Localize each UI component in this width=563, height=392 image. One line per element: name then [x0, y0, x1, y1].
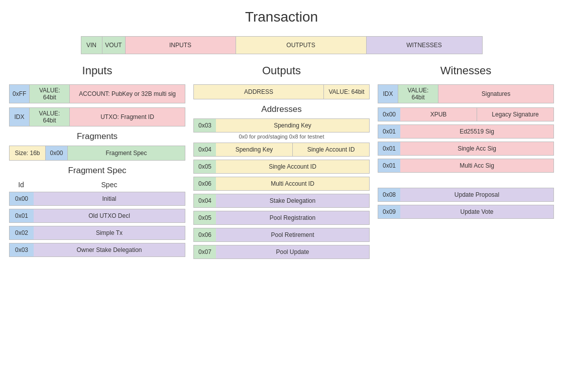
spec-id-col: Id [9, 180, 33, 192]
fragments-label: Fragments [9, 132, 185, 142]
stake-id-0x05: 0x05 [194, 211, 216, 224]
addr-val-0x05: Single Account ID [216, 160, 369, 173]
seg-witnesses: WITNESSES [367, 37, 482, 54]
witness-0x08: 0x08 Update Proposal [378, 188, 554, 202]
addr-0x04: 0x04 Spending Key Single Account ID [193, 143, 370, 157]
spec-id-cell: 0x00 [10, 192, 34, 205]
addresses-label: Addresses [193, 104, 370, 114]
witness-0x09: 0x09 Update Vote [378, 205, 554, 219]
outputs-header: Outputs [193, 64, 370, 77]
wit-val-multi-acc: Multi Acc Sig [400, 159, 553, 172]
addr-0x03: 0x03 Spending Key [193, 118, 370, 133]
spec-row: 0x00Initial [9, 192, 185, 206]
wit-val-update-proposal: Update Proposal [400, 188, 553, 201]
witness-signatures: Signatures [438, 85, 553, 103]
input-0xff: 0xFF [10, 85, 30, 103]
stake-0x05: 0x05 Pool Registration [193, 211, 370, 225]
spec-id-cell: 0x03 [10, 243, 34, 256]
fragment-spec: Fragment Spec [68, 146, 185, 160]
fragment-0x00: 0x00 [46, 146, 68, 160]
stake-val-0x06: Pool Retirement [216, 228, 369, 241]
wit-val-update-vote: Update Vote [400, 205, 553, 218]
wit-val-legacy-sig: Legacy Signature [477, 108, 553, 121]
stake-0x07: 0x07 Pool Update [193, 245, 370, 259]
spec-val-cell: Simple Tx [34, 226, 185, 239]
wit-id-0x09: 0x09 [378, 205, 400, 218]
stake-val-0x05: Pool Registration [216, 211, 369, 224]
input-value-64bit-2: VALUE: 64bit [30, 108, 70, 126]
input-idx: IDX [10, 108, 30, 126]
stake-id-0x07: 0x07 [194, 245, 216, 258]
output-row-1: ADDRESS VALUE: 64bit [193, 84, 370, 99]
addr-0x06: 0x06 Multi Account ID [193, 177, 370, 191]
output-address: ADDRESS [194, 85, 324, 99]
stake-val-0x04: Stake Delegation [216, 194, 369, 207]
witness-0x01-single: 0x01 Single Acc Sig [378, 142, 554, 156]
wit-id-0x01-ed: 0x01 [378, 125, 400, 138]
seg-inputs: INPUTS [126, 37, 236, 54]
spec-rows-container: 0x00Initial0x01Old UTXO Decl0x02Simple T… [9, 192, 185, 257]
seg-vout: VOUT [102, 37, 126, 54]
addr-val-0x06: Multi Account ID [216, 177, 369, 190]
stake-0x04: 0x04 Stake Delegation [193, 194, 370, 208]
stake-0x06: 0x06 Pool Retirement [193, 228, 370, 242]
output-value-64bit: VALUE: 64bit [324, 85, 369, 99]
seg-vin: VIN [81, 37, 102, 54]
input-account: ACCOUNT: PubKey or 32B multi sig [70, 85, 185, 103]
outputs-column: Outputs ADDRESS VALUE: 64bit Addresses 0… [189, 64, 374, 262]
wit-id-0x00: 0x00 [378, 108, 400, 121]
input-row-2: IDX VALUE: 64bit UTXO: Fragment ID [9, 107, 185, 126]
fragment-size: Size: 16b [10, 146, 46, 160]
fragment-spec-label: Fragment Spec [9, 166, 185, 176]
wit-id-0x01-multi: 0x01 [378, 159, 400, 172]
main-content: Inputs 0xFF VALUE: 64bit ACCOUNT: PubKey… [0, 59, 563, 262]
wit-id-0x08: 0x08 [378, 188, 400, 201]
witness-0x01-ed: 0x01 Ed25519 Sig [378, 124, 554, 139]
wit-val-ed25519: Ed25519 Sig [400, 125, 553, 138]
witnesses-header: Witnesses [378, 64, 554, 77]
stake-val-0x07: Pool Update [216, 245, 369, 258]
addr-id-0x04: 0x04 [194, 143, 216, 156]
addr-sub-0x03: 0x0 for prod/staging 0x8 for testnet [193, 134, 370, 140]
witness-0x00: 0x00 XPUB Legacy Signature [378, 107, 554, 121]
addr-id-0x06: 0x06 [194, 177, 216, 190]
witness-row-1: IDX VALUE: 64bit Signatures [378, 84, 554, 103]
seg-outputs: OUTPUTS [236, 37, 367, 54]
addr-val-0x03: Spending Key [216, 119, 369, 132]
fragment-row: Size: 16b 0x00 Fragment Spec [9, 146, 185, 161]
input-utxo: UTXO: Fragment ID [70, 108, 185, 126]
spec-row: 0x01Old UTXO Decl [9, 209, 185, 223]
addr-id-0x05: 0x05 [194, 160, 216, 173]
fragment-spec-table: Id Spec [9, 180, 185, 192]
spec-id-cell: 0x02 [10, 226, 34, 239]
stake-id-0x04: 0x04 [194, 194, 216, 207]
addr-id-0x03: 0x03 [194, 119, 216, 132]
input-value-64bit-1: VALUE: 64bit [30, 85, 70, 103]
witnesses-column: Witnesses IDX VALUE: 64bit Signatures 0x… [374, 64, 558, 222]
spec-row: 0x03Owner Stake Delegation [9, 243, 185, 257]
witness-value-64bit: VALUE: 64bit [398, 85, 438, 103]
spec-val-cell: Old UTXO Decl [34, 209, 185, 222]
transaction-bar: VIN VOUT INPUTS OUTPUTS WITNESSES [81, 36, 483, 54]
wit-id-0x01-single: 0x01 [378, 142, 400, 155]
stake-rows: 0x04 Stake Delegation 0x05 Pool Registra… [193, 194, 370, 259]
stake-id-0x06: 0x06 [194, 228, 216, 241]
inputs-column: Inputs 0xFF VALUE: 64bit ACCOUNT: PubKey… [5, 64, 189, 260]
input-row-1: 0xFF VALUE: 64bit ACCOUNT: PubKey or 32B… [9, 84, 185, 103]
inputs-header: Inputs [9, 64, 185, 77]
witness-0x01-multi: 0x01 Multi Acc Sig [378, 159, 554, 173]
spec-spec-col: Spec [33, 180, 185, 192]
spec-row: 0x02Simple Tx [9, 226, 185, 240]
addr-0x05: 0x05 Single Account ID [193, 160, 370, 174]
wit-val-xpub: XPUB [400, 108, 477, 121]
spec-id-cell: 0x01 [10, 209, 34, 222]
page-title: Transaction [0, 0, 563, 31]
addr-val2-0x04: Single Account ID [292, 143, 369, 156]
wit-val-single-acc: Single Acc Sig [400, 142, 553, 155]
addr-val-0x04: Spending Key [216, 143, 292, 156]
spec-val-cell: Initial [34, 192, 185, 205]
witness-idx: IDX [378, 85, 398, 103]
spec-val-cell: Owner Stake Delegation [34, 243, 185, 256]
